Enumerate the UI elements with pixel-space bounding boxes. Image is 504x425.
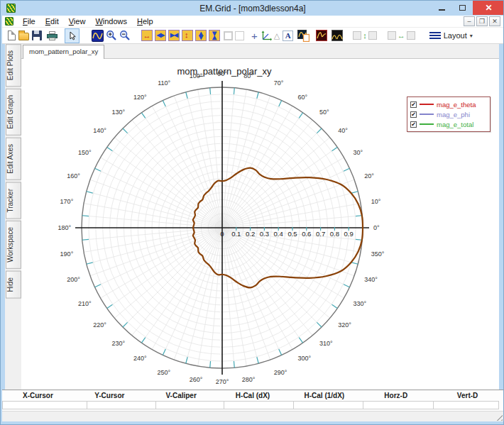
resize-grip[interactable] xyxy=(494,412,503,421)
expand-vertical-button[interactable]: ↔ xyxy=(182,30,193,41)
sidebar-tab-edit-plots[interactable]: Edit Plots xyxy=(6,44,21,87)
h-space-right-button[interactable] xyxy=(407,29,415,43)
legend-line-sample xyxy=(420,123,434,125)
angle-label: 170° xyxy=(60,198,74,205)
expand-horizontal-icon: ↔ xyxy=(143,32,151,40)
tab-strip: mom_pattern_polar_xy xyxy=(21,44,499,59)
mdi-minimize-button[interactable]: – xyxy=(464,16,475,26)
save-icon xyxy=(32,31,42,40)
triangle-tool-button[interactable]: △ xyxy=(274,29,280,43)
sidebar-tab-edit-axes[interactable]: Edit Axes xyxy=(6,138,21,180)
v-space-arrows-button[interactable]: ↕ xyxy=(363,29,367,43)
sidebar-tab-workspace[interactable]: Workspace xyxy=(6,221,21,269)
plot-style-a-button[interactable] xyxy=(316,29,327,43)
text-tool-button[interactable]: A xyxy=(283,29,293,43)
vertical-spacing-icon: ↕ xyxy=(363,31,367,40)
plot-style-b-button[interactable] xyxy=(332,29,343,43)
sidebar-tab-tracker[interactable]: Tracker xyxy=(6,182,21,219)
readout-value-cell xyxy=(293,401,363,409)
svg-text:0.9: 0.9 xyxy=(344,230,354,238)
maximize-button[interactable] xyxy=(452,1,473,15)
save-button[interactable] xyxy=(32,29,42,43)
open-button[interactable] xyxy=(18,29,29,43)
menu-item-help[interactable]: Help xyxy=(132,16,158,26)
title-bar: EM.Grid - [mom3dlesson4a] ✕ xyxy=(1,1,504,16)
layout-button[interactable]: Layout ▾ xyxy=(427,29,476,43)
angle-label: 280° xyxy=(242,376,256,383)
angle-label: 0° xyxy=(373,224,380,231)
sidebar-tab-edit-graph[interactable]: Edit Graph xyxy=(6,89,21,136)
gray-box-icon xyxy=(353,31,361,40)
copy-plot-button[interactable] xyxy=(297,29,309,43)
expand-horizontal-button[interactable]: ↔ xyxy=(141,30,153,41)
angle-label: 70° xyxy=(274,79,284,87)
sidebar-tab-hide[interactable]: Hide xyxy=(6,271,21,299)
angle-label: 340° xyxy=(364,276,378,283)
readout-label-x-cursor: X-Cursor xyxy=(2,392,74,399)
readout-value-cell xyxy=(155,401,224,409)
readout-label-horz-d: Horz-D xyxy=(360,392,432,399)
app-window: EM.Grid - [mom3dlesson4a] ✕ FileEditView… xyxy=(0,0,504,425)
zoom-out-button[interactable] xyxy=(119,29,131,43)
legend-checkbox-mag_e_phi[interactable]: ✔ xyxy=(410,111,417,118)
angle-label: 130° xyxy=(111,109,125,116)
pointer-tool-button[interactable] xyxy=(65,28,80,43)
v-space-right-button[interactable] xyxy=(368,29,377,43)
readout-value-cell xyxy=(363,401,434,409)
h-space-arrows-button[interactable]: ↔ xyxy=(398,29,405,43)
h-space-left-button[interactable] xyxy=(388,29,396,43)
angle-label: 120° xyxy=(133,94,147,101)
chevron-down-icon: ▾ xyxy=(470,33,473,39)
arrows-vertical-out-button[interactable]: ◀▶ xyxy=(195,30,207,41)
angle-label: 30° xyxy=(353,149,363,156)
readout-bar: X-CursorY-CursorV-CaliperH-Cal (dX)H-Cal… xyxy=(2,390,503,411)
new-button[interactable] xyxy=(8,29,16,43)
legend-row-mag_e_total: ✔mag_e_total xyxy=(410,119,487,129)
print-button[interactable] xyxy=(47,29,57,43)
gray-box-icon xyxy=(407,31,415,40)
readout-label-y-cursor: Y-Cursor xyxy=(74,392,146,399)
arrows-horizontal-out-icon: ◀▶ xyxy=(157,33,164,38)
angle-label: 330° xyxy=(353,300,366,307)
angle-label: 140° xyxy=(93,127,106,134)
close-button[interactable]: ✕ xyxy=(473,1,504,15)
angle-label: 150° xyxy=(78,149,92,156)
maximize-icon xyxy=(459,5,466,11)
gray-box-icon xyxy=(368,31,377,40)
angle-label: 260° xyxy=(190,376,203,383)
mdi-close-button[interactable]: ✕ xyxy=(489,16,500,26)
plot-zoom-tool-button[interactable] xyxy=(92,29,104,43)
angle-label: 110° xyxy=(158,79,170,87)
minimize-button[interactable] xyxy=(432,1,452,15)
window-title: EM.Grid - [mom3dlesson4a] xyxy=(1,4,504,13)
readout-label-h-cal-dx-: H-Cal (dX) xyxy=(217,392,289,399)
copy-plot-icon xyxy=(297,30,309,42)
angle-label: 230° xyxy=(111,340,125,347)
menu-item-edit[interactable]: Edit xyxy=(40,16,64,26)
tab-mom-pattern-polar-xy[interactable]: mom_pattern_polar_xy xyxy=(23,45,104,59)
menu-item-windows[interactable]: Windows xyxy=(90,16,132,26)
frame-tool-button[interactable] xyxy=(224,29,233,43)
add-marker-button[interactable]: + xyxy=(251,29,258,43)
legend-checkbox-mag_e_theta[interactable]: ✔ xyxy=(410,101,417,108)
svg-text:0.4: 0.4 xyxy=(274,230,283,238)
arrows-vertical-in-button[interactable]: ▶◀ xyxy=(209,30,220,41)
legend-label: mag_e_theta xyxy=(437,101,476,109)
readout-label-vert-d: Vert-D xyxy=(432,392,503,399)
angle-label: 300° xyxy=(298,355,312,362)
menu-item-file[interactable]: File xyxy=(18,16,40,26)
text-tool-icon: A xyxy=(283,31,293,41)
frame-tool-2-button[interactable] xyxy=(235,29,244,43)
svg-text:0: 0 xyxy=(220,230,224,238)
zoom-in-button[interactable] xyxy=(106,29,117,43)
document-logo-icon[interactable] xyxy=(5,17,13,26)
legend-checkbox-mag_e_total[interactable]: ✔ xyxy=(410,121,417,128)
arrows-horizontal-out-button[interactable]: ◀▶ xyxy=(155,30,166,41)
axes-tool-button[interactable] xyxy=(261,29,272,43)
v-space-left-button[interactable] xyxy=(353,29,361,43)
menu-item-view[interactable]: View xyxy=(64,16,91,26)
mdi-restore-button[interactable]: ❐ xyxy=(476,16,488,26)
arrows-horizontal-in-button[interactable]: ▶◀ xyxy=(168,30,180,41)
plot-page: 00.10.20.30.40.50.60.70.80.90°10°20°30°4… xyxy=(21,59,499,390)
angle-label: 50° xyxy=(319,109,329,116)
